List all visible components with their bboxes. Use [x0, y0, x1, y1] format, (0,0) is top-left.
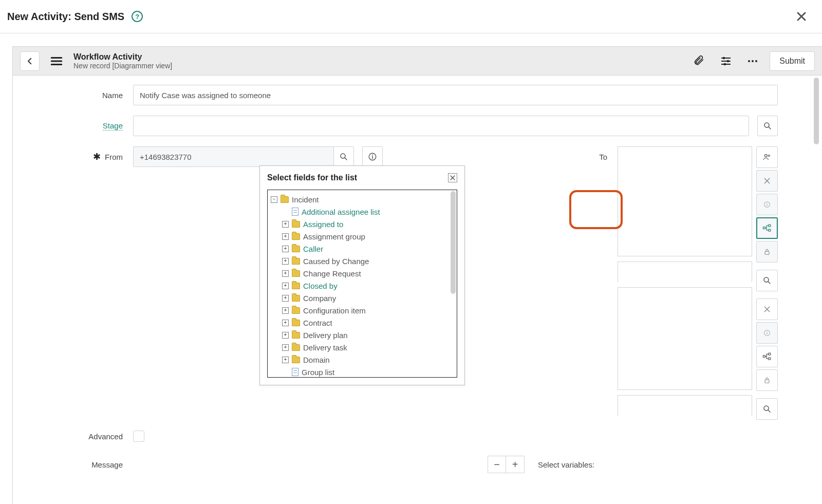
expand-icon[interactable]: + [282, 307, 289, 314]
close-icon[interactable] [793, 8, 810, 25]
back-button[interactable] [20, 51, 40, 71]
tree-root-node[interactable]: − Incident [271, 193, 455, 206]
stage-input[interactable] [133, 116, 749, 136]
expand-icon[interactable]: + [282, 320, 289, 326]
from-lookup-button[interactable] [333, 146, 354, 167]
add-user-button[interactable] [756, 146, 778, 168]
info-button[interactable] [756, 194, 778, 215]
stage-label[interactable]: Stage [103, 121, 123, 130]
tree: − Incident Additional assignee list+Assi… [268, 190, 457, 378]
to-search-input-2[interactable] [618, 396, 752, 416]
expand-icon[interactable]: + [282, 295, 289, 302]
tree-node[interactable]: +Assigned to [271, 218, 455, 230]
scrollbar[interactable] [814, 78, 819, 144]
minus-button[interactable]: − [488, 456, 506, 473]
form-header: Workflow Activity New record [Diagrammer… [13, 47, 822, 76]
expand-icon[interactable]: + [282, 270, 289, 277]
lock-button[interactable] [756, 241, 778, 263]
settings-sliders-icon[interactable] [716, 51, 736, 71]
required-mark: ✱ [93, 151, 101, 162]
svg-point-12 [767, 203, 767, 203]
popup-close-icon[interactable] [448, 173, 457, 182]
header-titles: Workflow Activity New record [Diagrammer… [73, 52, 172, 70]
expand-icon[interactable]: + [282, 258, 289, 265]
from-input[interactable] [133, 146, 334, 167]
tree-node-label[interactable]: Assigned to [303, 220, 343, 229]
folder-icon [292, 283, 300, 289]
tree-node[interactable]: +Closed by [271, 279, 455, 292]
remove-button[interactable] [756, 170, 778, 192]
tree-node[interactable]: +Contract [271, 316, 455, 329]
help-icon[interactable]: ? [132, 11, 143, 22]
search-button-2[interactable] [756, 398, 778, 420]
tree-node-label[interactable]: Closed by [303, 282, 338, 290]
svg-point-3 [748, 60, 750, 62]
folder-icon [292, 221, 300, 228]
expand-icon[interactable]: + [282, 357, 289, 363]
form-title: Workflow Activity [73, 52, 172, 62]
tree-node-label: Change Request [303, 269, 361, 278]
tree-node-label: Company [303, 294, 336, 303]
search-button[interactable] [756, 270, 778, 291]
advanced-checkbox[interactable] [133, 431, 144, 442]
tree-node[interactable]: +Change Request [271, 267, 455, 279]
to-label: To [599, 153, 607, 161]
expand-icon[interactable]: + [282, 246, 289, 252]
select-variables-label: Select variables: [538, 460, 594, 469]
more-icon[interactable] [743, 51, 762, 71]
svg-point-17 [764, 277, 769, 282]
svg-rect-13 [763, 227, 765, 229]
to-recipients-box[interactable] [618, 146, 752, 256]
expand-icon[interactable]: + [282, 283, 289, 289]
svg-rect-21 [769, 353, 771, 355]
dialog-header: New Activity: Send SMS ? [0, 0, 822, 33]
menu-icon[interactable] [47, 51, 66, 71]
expand-icon[interactable]: + [282, 233, 289, 240]
row-message: Message − + Select variables: [46, 456, 778, 473]
submit-button[interactable]: Submit [770, 51, 815, 71]
tree-picker-button-2[interactable] [756, 346, 778, 367]
tree-picker-button[interactable] [756, 217, 778, 239]
folder-icon [292, 258, 300, 265]
remove-button-2[interactable] [756, 298, 778, 320]
tree-node-label[interactable]: Additional assignee list [302, 208, 380, 216]
name-label: Name [102, 91, 123, 100]
folder-icon [292, 320, 300, 326]
collapse-icon[interactable]: − [271, 196, 277, 203]
row-advanced: Advanced [46, 426, 778, 446]
from-label: From [105, 153, 123, 161]
tree-node[interactable]: +Assignment group [271, 230, 455, 242]
row-name: Name [46, 85, 778, 105]
from-info-button[interactable] [362, 146, 383, 167]
attachment-icon[interactable] [689, 51, 709, 71]
svg-rect-16 [765, 251, 769, 254]
tree-node[interactable]: +Delivery task [271, 341, 455, 353]
tree-node[interactable]: +Domain [271, 353, 455, 366]
tree-node[interactable]: +Caller [271, 242, 455, 255]
tree-node[interactable]: +Company [271, 292, 455, 304]
svg-point-7 [341, 154, 345, 158]
to-secondary-box[interactable] [618, 287, 752, 390]
tree-node[interactable]: +Caused by Change [271, 255, 455, 267]
message-label: Message [91, 460, 123, 469]
tree-node[interactable]: +Configuration item [271, 304, 455, 316]
tree-node[interactable]: Group list [271, 366, 455, 378]
stage-lookup-button[interactable] [757, 116, 778, 136]
to-search-input[interactable] [618, 262, 752, 283]
plus-button[interactable]: + [506, 456, 525, 473]
tree-node-label[interactable]: Caller [303, 245, 323, 253]
folder-icon [292, 357, 300, 363]
tree-node[interactable]: +Delivery plan [271, 329, 455, 341]
expand-icon[interactable]: + [282, 221, 289, 228]
info-button-2[interactable] [756, 322, 778, 344]
form-subtitle: New record [Diagrammer view] [73, 62, 172, 70]
tree-scrollbar[interactable] [451, 191, 456, 294]
name-input[interactable] [133, 85, 778, 105]
expand-icon[interactable]: + [282, 332, 289, 339]
dialog-title: New Activity: Send SMS [7, 11, 124, 23]
expand-icon[interactable]: + [282, 344, 289, 351]
tree-node[interactable]: Additional assignee list [271, 206, 455, 218]
folder-icon [292, 307, 300, 314]
popup-title: Select fields for the list [267, 173, 357, 182]
lock-button-2[interactable] [756, 369, 778, 391]
